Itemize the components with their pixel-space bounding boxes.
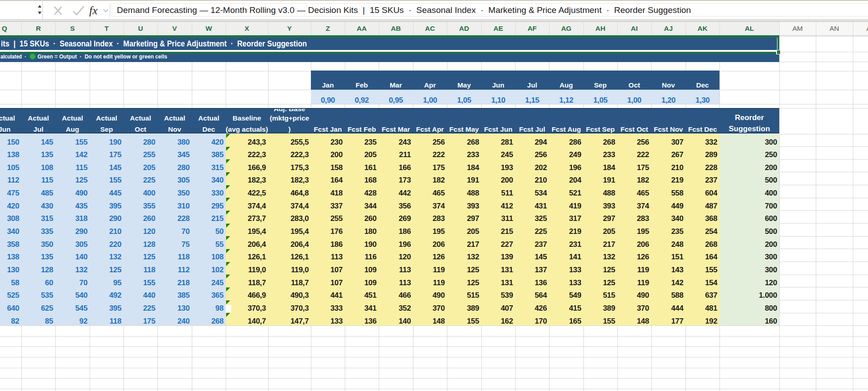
svg-text:Green = Output · Do not edit: Green = Output · Do not edit yellow or g… xyxy=(37,54,167,60)
svg-text:its | 15 SKUs · Seasonal I: its | 15 SKUs · Seasonal Index · Marketi… xyxy=(1,39,307,48)
svg-text:alculated ·: alculated · xyxy=(0,54,26,60)
svg-text:Demand Forecasting — 12-Month: Demand Forecasting — 12-Month Rolling v3… xyxy=(117,5,691,15)
